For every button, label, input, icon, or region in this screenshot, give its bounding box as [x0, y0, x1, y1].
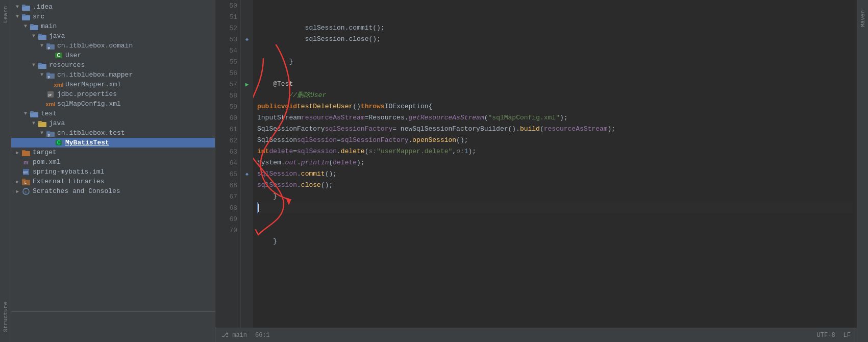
tree-item-7[interactable]: ▼resources [11, 60, 215, 70]
right-sidebar-tabs: Maven [857, 0, 868, 342]
svg-text:p: p [48, 46, 50, 50]
line-number-67: 67 [218, 191, 237, 202]
encoding: UTF-8 [817, 332, 835, 339]
code-line-56: //删除User [257, 90, 853, 101]
bottom-bar: ⎇ main 66:1 UTF-8 LF [215, 328, 857, 342]
gutter-cell-60 [241, 112, 253, 124]
code-line-62: System.out.println(delete); [257, 157, 853, 168]
code-line-52 [257, 45, 853, 56]
tree-label: External Libraries [33, 178, 104, 185]
line-number-58: 58 [218, 90, 237, 101]
gutter-cell-53: ◆ [241, 34, 253, 45]
tree-icon-pom: m [21, 159, 31, 166]
tree-label: cn.itbluebox.test [57, 129, 125, 137]
gutter-cell-52 [241, 22, 253, 34]
line-number-65: 65 [218, 168, 237, 180]
tree-icon-external: L [21, 178, 31, 185]
tree-label: pom.xml [33, 158, 61, 166]
left-tab-structure[interactable]: Structure [1, 296, 10, 338]
tree-label: main [41, 22, 57, 30]
tree-item-12[interactable]: ▼test [11, 109, 215, 118]
tree-item-1[interactable]: ▼.idea [11, 2, 215, 12]
gutter-cell-61 [241, 124, 253, 135]
svg-text:p: p [48, 133, 50, 137]
tree-item-14[interactable]: ▼pcn.itbluebox.test [11, 128, 215, 138]
line-numbers: 5051525354555657585960616263646566676869… [215, 0, 241, 328]
tree-arrow: ▼ [30, 62, 38, 68]
tree-item-8[interactable]: ▼pcn.itbluebox.mapper [11, 70, 215, 80]
tree-label: java [49, 32, 65, 40]
tree-item-13[interactable]: ▼java [11, 118, 215, 128]
gutter-cell-56 [241, 67, 253, 79]
tree-icon-xml: xml [54, 81, 63, 88]
tree-icon-folder-blue [21, 4, 31, 11]
tree-icon-folder-blue [21, 13, 31, 20]
tree-item-4[interactable]: ▼java [11, 31, 215, 41]
code-line-63: sqlSession.commit(); [257, 168, 853, 180]
tree-label: cn.itbluebox.mapper [57, 71, 133, 79]
gutter-cell-66 [241, 180, 253, 191]
git-branch: ⎇ main [221, 331, 247, 339]
svg-text:iml: iml [23, 170, 28, 174]
gutter-cell-58 [241, 90, 253, 101]
tree-item-16[interactable]: ▶target [11, 148, 215, 157]
line-number-51: 51 [218, 11, 237, 22]
tree-label: .idea [33, 3, 53, 11]
code-line-51: sqlSession.close(); [257, 34, 853, 45]
gutter-cell-65: ◆ [241, 168, 253, 180]
line-number-59: 59 [218, 101, 237, 112]
tree-icon-folder-package: p [46, 71, 55, 79]
tree-arrow: ▼ [38, 43, 46, 48]
tree-item-17[interactable]: mpom.xml [11, 157, 215, 167]
tree-icon-test-class: C [54, 139, 63, 146]
tree-icon-scratches: s [21, 188, 31, 195]
svg-rect-12 [38, 63, 42, 65]
gutter-cell-51 [241, 11, 253, 22]
tree-arrow: ▶ [13, 188, 21, 194]
tree-icon-iml: iml [21, 168, 31, 176]
gutter-cell-57[interactable]: ▶ [241, 79, 253, 90]
line-number-62: 62 [218, 135, 237, 146]
code-line-53: } [257, 56, 853, 67]
tree-icon-folder-target [21, 149, 31, 156]
tree-item-9[interactable]: xmlUserMapper.xml [11, 80, 215, 89]
gutter-cell-69 [241, 213, 253, 225]
svg-text:s: s [24, 190, 27, 194]
code-line-66 [257, 202, 853, 213]
line-number-55: 55 [218, 56, 237, 67]
tree-item-2[interactable]: ▼src [11, 12, 215, 21]
line-number-50: 50 [218, 0, 237, 11]
project-tree[interactable]: ▼.idea▼src▼main▼java▼pcn.itbluebox.domai… [11, 0, 215, 311]
tree-label: target [33, 149, 57, 156]
gutter-cell-54 [241, 45, 253, 56]
tree-arrow: ▶ [13, 150, 21, 156]
tree-arrow: ▼ [21, 23, 30, 29]
left-sidebar-tabs: Learn Structure [0, 0, 11, 342]
tree-item-3[interactable]: ▼main [11, 21, 215, 31]
left-tab-learn[interactable]: Learn [1, 0, 10, 29]
right-tab-maven[interactable]: Maven [858, 4, 867, 33]
project-bottom-bar [11, 311, 215, 342]
tree-item-10[interactable]: prjdbc.properties [11, 89, 215, 99]
tree-item-6[interactable]: CUser [11, 51, 215, 60]
tree-label: User [65, 52, 81, 59]
gutter-cell-68 [241, 202, 253, 213]
svg-rect-21 [38, 121, 42, 123]
line-number-64: 64 [218, 157, 237, 168]
tree-arrow: ▼ [13, 14, 21, 19]
tree-item-15[interactable]: CMyBatisTest [11, 138, 215, 148]
gutter-cell-59 [241, 101, 253, 112]
line-number-60: 60 [218, 112, 237, 124]
cursor-position: 66:1 [255, 332, 270, 339]
code-line-65: } [257, 191, 853, 202]
tree-label: Scratches and Consoles [33, 187, 120, 195]
tree-item-20[interactable]: ▶sScratches and Consoles [11, 186, 215, 196]
tree-arrow: ▼ [30, 33, 38, 39]
tree-item-18[interactable]: imlspring-mybatis.iml [11, 167, 215, 177]
code-scroll-area[interactable]: sqlSession.commit(); sqlSession.close();… [253, 0, 857, 328]
tree-item-11[interactable]: xmlsqlMapConfig.xml [11, 99, 215, 109]
gutter-cell-63 [241, 146, 253, 157]
tree-item-5[interactable]: ▼pcn.itbluebox.domain [11, 41, 215, 51]
tree-label: java [49, 119, 65, 127]
tree-item-19[interactable]: ▶LExternal Libraries [11, 177, 215, 186]
